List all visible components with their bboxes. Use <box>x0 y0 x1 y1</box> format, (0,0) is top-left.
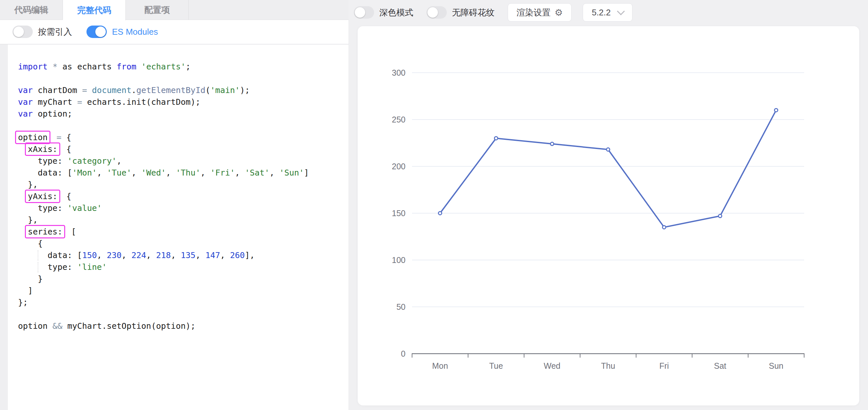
y-axis-label: 0 <box>401 349 405 358</box>
data-point-marker <box>439 212 442 215</box>
code-line: }; <box>18 297 309 309</box>
version-select[interactable]: 5.2.2 <box>583 3 632 22</box>
code-line: type: 'category', <box>18 155 309 167</box>
x-axis-label: Wed <box>544 361 560 370</box>
code-line: var chartDom = document.getElementById('… <box>18 85 309 96</box>
decal-toggle[interactable] <box>427 6 447 19</box>
code-line: xAxis: { <box>18 144 309 155</box>
chevron-down-icon <box>617 7 625 15</box>
code-panel: 按需引入 ES Modules import * as echarts from… <box>0 20 349 410</box>
data-point-marker <box>495 136 498 140</box>
y-axis-label: 50 <box>396 302 405 311</box>
chart-preview-card: 050100150200250300MonTueWedThuFriSatSun <box>358 26 859 405</box>
code-line <box>18 309 309 320</box>
data-point-marker <box>607 148 610 151</box>
code-line: data: [150, 230, 224, 218, 135, 147, 260… <box>18 250 309 261</box>
code-line: }, <box>18 214 309 226</box>
tab-code-edit[interactable]: 代码编辑 <box>0 0 63 20</box>
code-line: data: ['Mon', 'Tue', 'Wed', 'Thu', 'Fri'… <box>18 167 309 179</box>
data-point-marker <box>775 108 778 112</box>
code-line: type: 'line' <box>18 261 309 273</box>
x-axis-label: Fri <box>659 361 669 370</box>
tab-option[interactable]: 配置项 <box>126 0 189 20</box>
editor-tabbar: 代码编辑 完整代码 配置项 <box>0 0 348 20</box>
dark-mode-toggle[interactable] <box>354 6 374 19</box>
gear-icon: ⚙ <box>555 7 563 18</box>
line-chart: 050100150200250300MonTueWedThuFriSatSun <box>358 26 859 405</box>
code-editor[interactable]: import * as echarts from 'echarts';var c… <box>0 44 348 410</box>
es-modules-label: ES Modules <box>112 27 158 37</box>
code-line: ] <box>18 285 309 297</box>
x-axis-label: Sat <box>714 361 726 370</box>
code-line: } <box>18 273 309 285</box>
data-point-marker <box>663 226 666 229</box>
toggle-knob <box>13 27 24 37</box>
code-line: option && myChart.setOption(option); <box>18 320 309 332</box>
es-modules-toggle[interactable] <box>87 26 107 38</box>
on-demand-label: 按需引入 <box>38 26 72 38</box>
code-line: yAxis: { <box>18 191 309 202</box>
code-line: }, <box>18 179 309 191</box>
data-point-marker <box>551 142 554 146</box>
decal-label: 无障碍花纹 <box>452 7 495 18</box>
toggle-knob <box>428 7 438 18</box>
code-line: var option; <box>18 108 309 120</box>
y-axis-label: 250 <box>392 115 405 124</box>
preview-toolbar: 深色模式 无障碍花纹 渲染设置 ⚙ 5.2.2 <box>354 0 632 25</box>
y-axis-label: 300 <box>392 68 405 77</box>
code-line: type: 'value' <box>18 202 309 214</box>
y-axis-label: 100 <box>392 255 405 264</box>
code-line: import * as echarts from 'echarts'; <box>18 61 309 73</box>
toggle-knob <box>355 7 365 18</box>
data-point-marker <box>719 215 722 218</box>
code-line: option = { <box>18 132 309 144</box>
render-settings-button[interactable]: 渲染设置 ⚙ <box>508 3 571 22</box>
dark-mode-label: 深色模式 <box>379 7 413 18</box>
version-value: 5.2.2 <box>592 7 611 18</box>
code-line: var myChart = echarts.init(chartDom); <box>18 96 309 108</box>
y-axis-label: 200 <box>392 162 405 171</box>
code-line <box>18 73 309 85</box>
on-demand-toggle[interactable] <box>12 26 33 38</box>
x-axis-label: Sun <box>769 361 783 370</box>
tab-full-code[interactable]: 完整代码 <box>63 0 126 20</box>
code-line <box>18 120 309 132</box>
series-line <box>440 110 776 227</box>
code-content[interactable]: import * as echarts from 'echarts';var c… <box>18 61 309 332</box>
code-line: series: [ <box>18 226 309 238</box>
toggle-knob <box>95 27 106 37</box>
editor-gutter <box>0 44 8 410</box>
render-settings-label: 渲染设置 <box>517 7 551 18</box>
x-axis-label: Tue <box>489 361 503 370</box>
x-axis-label: Mon <box>432 361 448 370</box>
echarts-editor-page: 代码编辑 完整代码 配置项 按需引入 ES Modules import * a… <box>0 0 868 410</box>
code-toggle-row: 按需引入 ES Modules <box>0 20 348 44</box>
y-axis-label: 150 <box>392 209 405 218</box>
code-line: { <box>18 238 309 250</box>
x-axis-label: Thu <box>601 361 615 370</box>
